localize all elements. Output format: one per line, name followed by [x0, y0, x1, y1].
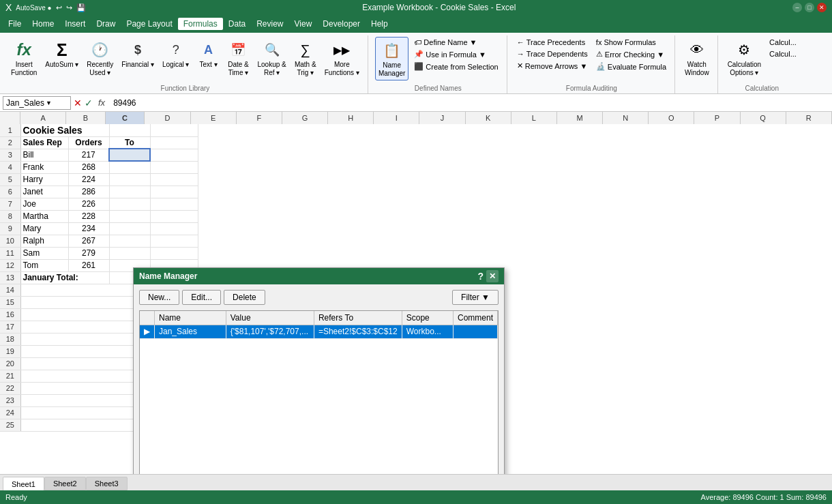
cell-b7[interactable]: 226: [68, 198, 109, 210]
cell-c8[interactable]: [109, 210, 150, 222]
cell-d7[interactable]: [150, 198, 198, 210]
maximize-btn[interactable]: □: [805, 3, 814, 12]
cell-b9[interactable]: 234: [68, 222, 109, 235]
use-in-formula-btn[interactable]: 📌 Use in Formula ▼: [411, 48, 501, 60]
error-checking-btn[interactable]: ⚠ Error Checking ▼: [593, 48, 669, 60]
financial-btn[interactable]: $ Financial ▾: [119, 37, 157, 71]
cell-b2[interactable]: Orders: [68, 136, 109, 149]
menu-file[interactable]: File: [3, 18, 27, 30]
cell-c2[interactable]: To: [109, 136, 150, 149]
col-a[interactable]: A: [20, 112, 66, 124]
calc-sheet-btn[interactable]: Calcul...: [767, 48, 799, 59]
menu-insert[interactable]: Insert: [59, 18, 91, 30]
cell-b12[interactable]: 261: [68, 259, 109, 271]
cell-a12[interactable]: Tom: [20, 259, 68, 271]
formula-input[interactable]: [110, 96, 829, 110]
lookup-reference-btn[interactable]: 🔍 Lookup &Ref ▾: [254, 37, 288, 79]
cell-b8[interactable]: 228: [68, 210, 109, 222]
col-d[interactable]: D: [145, 112, 190, 124]
cell-d1[interactable]: [150, 124, 198, 136]
col-j[interactable]: J: [419, 112, 465, 124]
cell-a5[interactable]: Harry: [20, 173, 68, 186]
cell-d10[interactable]: [150, 235, 198, 247]
menu-data[interactable]: Data: [223, 18, 251, 30]
cell-a4[interactable]: Frank: [20, 161, 68, 173]
calc-now-btn[interactable]: Calcul...: [767, 37, 799, 48]
cell-d6[interactable]: [150, 186, 198, 198]
col-n[interactable]: N: [603, 112, 649, 124]
cell-c6[interactable]: [109, 186, 150, 198]
col-o[interactable]: O: [649, 112, 694, 124]
minimize-btn[interactable]: –: [792, 3, 802, 12]
dialog-table-row-1[interactable]: ▶ Jan_Sales {'$81,107','$72,707,... =She…: [140, 325, 498, 338]
menu-view[interactable]: View: [289, 18, 318, 30]
col-b[interactable]: B: [66, 112, 106, 124]
col-i[interactable]: I: [374, 112, 419, 124]
cell-b6[interactable]: 286: [68, 186, 109, 198]
menu-draw[interactable]: Draw: [91, 18, 121, 30]
cell-a8[interactable]: Martha: [20, 210, 68, 222]
math-trig-btn[interactable]: ∑ Math &Trig ▾: [292, 37, 319, 79]
col-e[interactable]: E: [191, 112, 237, 124]
cell-a13[interactable]: January Total:: [20, 271, 109, 284]
cell-b5[interactable]: 224: [68, 173, 109, 186]
undo-icon[interactable]: ↩: [56, 3, 62, 12]
cell-c1[interactable]: [109, 124, 150, 136]
define-name-btn[interactable]: 🏷 Define Name ▼: [411, 37, 501, 48]
cell-c3[interactable]: [109, 149, 150, 161]
filter-button[interactable]: Filter ▼: [452, 290, 499, 305]
menu-formulas[interactable]: Formulas: [178, 18, 223, 30]
date-time-btn[interactable]: 📅 Date &Time ▾: [224, 37, 252, 79]
close-btn[interactable]: ✕: [817, 3, 827, 12]
col-k[interactable]: K: [466, 112, 511, 124]
col-r[interactable]: R: [786, 112, 832, 124]
cell-d4[interactable]: [150, 161, 198, 173]
col-c[interactable]: C: [106, 112, 145, 124]
remove-arrows-btn[interactable]: ✕ Remove Arrows ▼: [514, 60, 591, 72]
trace-dependents-btn[interactable]: → Trace Dependents: [514, 48, 591, 59]
evaluate-formula-btn[interactable]: 🔬 Evaluate Formula: [593, 61, 669, 72]
more-functions-btn[interactable]: ▶▶ MoreFunctions ▾: [322, 37, 362, 79]
cell-a1[interactable]: Cookie Sales: [20, 124, 109, 136]
watch-window-btn[interactable]: 👁 WatchWindow: [682, 37, 712, 79]
cell-c10[interactable]: [109, 235, 150, 247]
cell-b3[interactable]: 217: [68, 149, 109, 161]
cell-d8[interactable]: [150, 210, 198, 222]
menu-help[interactable]: Help: [366, 18, 393, 30]
cell-d3[interactable]: [150, 149, 198, 161]
logical-btn[interactable]: ? Logical ▾: [160, 37, 192, 71]
sheet-tab-sheet3[interactable]: Sheet3: [86, 477, 128, 490]
cell-d2[interactable]: [150, 136, 198, 149]
cell-b10[interactable]: 267: [68, 235, 109, 247]
menu-review[interactable]: Review: [251, 18, 288, 30]
cell-b11[interactable]: 279: [68, 247, 109, 259]
cell-c11[interactable]: [109, 247, 150, 259]
cell-c4[interactable]: [109, 161, 150, 173]
sheet-tab-sheet2[interactable]: Sheet2: [44, 477, 86, 490]
cell-c7[interactable]: [109, 198, 150, 210]
cell-a3[interactable]: Bill: [20, 149, 68, 161]
col-f[interactable]: F: [237, 112, 282, 124]
menu-developer[interactable]: Developer: [317, 18, 366, 30]
col-q[interactable]: Q: [741, 112, 786, 124]
cell-b4[interactable]: 268: [68, 161, 109, 173]
col-p[interactable]: P: [694, 112, 740, 124]
col-l[interactable]: L: [511, 112, 557, 124]
autosum-btn[interactable]: Σ AutoSum ▾: [42, 37, 81, 71]
col-g[interactable]: G: [282, 112, 328, 124]
cell-a7[interactable]: Joe: [20, 198, 68, 210]
delete-button[interactable]: Delete: [224, 290, 265, 305]
text-btn[interactable]: A Text ▾: [194, 37, 222, 71]
edit-button[interactable]: Edit...: [182, 290, 221, 305]
cell-c9[interactable]: [109, 222, 150, 235]
name-box-dropdown-icon[interactable]: ▼: [46, 100, 52, 106]
cell-a9[interactable]: Mary: [20, 222, 68, 235]
col-m[interactable]: M: [557, 112, 603, 124]
insert-function-btn[interactable]: fx InsertFunction: [8, 37, 40, 79]
cell-a2[interactable]: Sales Rep: [20, 136, 68, 149]
cancel-formula-icon[interactable]: ✕: [74, 98, 82, 108]
cell-d11[interactable]: [150, 247, 198, 259]
cell-a10[interactable]: Ralph: [20, 235, 68, 247]
sheet-tab-sheet1[interactable]: Sheet1: [3, 477, 44, 490]
menu-home[interactable]: Home: [27, 18, 59, 30]
